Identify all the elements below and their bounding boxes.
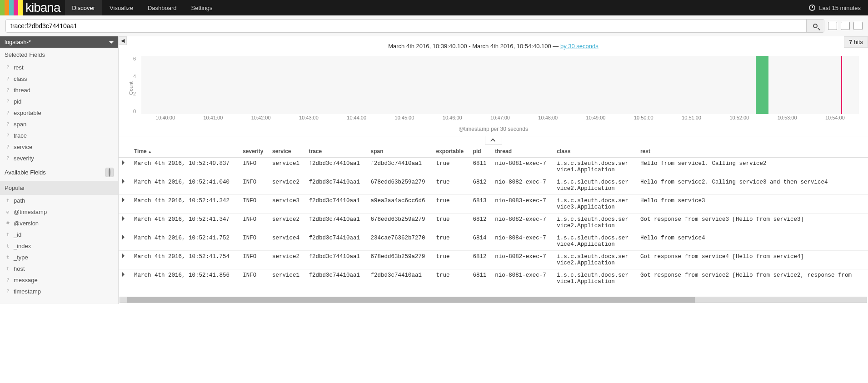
- histogram-bar[interactable]: [756, 56, 768, 114]
- cell-span: 678edd63b259a279: [367, 176, 433, 195]
- column-class[interactable]: class: [553, 145, 637, 158]
- nav-tab-discover[interactable]: Discover: [65, 0, 103, 15]
- cell-exportable: true: [432, 214, 469, 232]
- column-thread[interactable]: thread: [491, 145, 553, 158]
- cell-service: service2: [269, 176, 305, 195]
- cell-pid: 6811: [469, 269, 492, 288]
- cell-exportable: true: [432, 269, 469, 288]
- nav-tab-settings[interactable]: Settings: [184, 0, 220, 15]
- time-range-label: March 4th 2016, 10:39:40.100 - March 4th…: [119, 36, 868, 51]
- expand-row-button[interactable]: [119, 214, 130, 232]
- search-input[interactable]: [6, 20, 806, 32]
- field-span[interactable]: ?span: [0, 119, 118, 130]
- column-exportable[interactable]: exportable: [432, 145, 469, 158]
- cell-severity: INFO: [239, 176, 269, 195]
- table-row: March 4th 2016, 10:52:41.347INFOservice2…: [119, 214, 868, 232]
- results-table: Timeseverityservicetracespanexportablepi…: [119, 145, 868, 297]
- field-_id[interactable]: t_id: [0, 229, 118, 240]
- expand-row-button[interactable]: [119, 232, 130, 251]
- cell-thread: nio-8081-exec-7: [491, 158, 553, 176]
- cell-service: service1: [269, 269, 305, 288]
- caret-down-icon: [109, 41, 114, 46]
- logo-stripes: [0, 0, 23, 15]
- cell-pid: 6813: [469, 195, 492, 214]
- cell-exportable: true: [432, 251, 469, 269]
- index-pattern-label: logstash-*: [5, 39, 31, 45]
- column-rest[interactable]: rest: [637, 145, 868, 158]
- open-search-icon[interactable]: [853, 22, 863, 30]
- expand-row-button[interactable]: [119, 269, 130, 288]
- horizontal-scrollbar[interactable]: [120, 297, 867, 303]
- collapse-chart-button[interactable]: [485, 136, 502, 145]
- cell-trace: f2dbd3c74410aa1: [305, 269, 367, 288]
- available-fields-title: Available Fields: [5, 169, 46, 176]
- histogram-chart[interactable]: Count 6420 10:40:0010:41:0010:42:0010:43…: [141, 56, 859, 124]
- cell-trace: f2dbd3c74410aa1: [305, 214, 367, 232]
- interval-link[interactable]: by 30 seconds: [560, 43, 599, 50]
- nav-tab-visualize[interactable]: Visualize: [102, 0, 140, 15]
- column-severity[interactable]: severity: [239, 145, 269, 158]
- cell-pid: 6812: [469, 251, 492, 269]
- search-button[interactable]: [806, 20, 824, 32]
- field-exportable[interactable]: ?exportable: [0, 107, 118, 119]
- cell-rest: Hello from service1. Calling service2: [637, 158, 868, 176]
- save-search-icon[interactable]: [841, 22, 850, 30]
- hits-count: 7: [849, 39, 852, 45]
- field-@version[interactable]: #@version: [0, 218, 118, 229]
- expand-row-button[interactable]: [119, 158, 130, 176]
- column-trace[interactable]: trace: [305, 145, 367, 158]
- caret-right-icon: [122, 160, 127, 165]
- content: ◀ 7 hits March 4th 2016, 10:39:40.100 - …: [119, 36, 868, 304]
- caret-right-icon: [122, 272, 127, 277]
- field-thread[interactable]: ?thread: [0, 85, 118, 96]
- field-pid[interactable]: ?pid: [0, 96, 118, 107]
- cell-service: service3: [269, 195, 305, 214]
- cell-trace: f2dbd3c74410aa1: [305, 195, 367, 214]
- timepicker[interactable]: Last 15 minutes: [809, 0, 868, 15]
- cell-time: March 4th 2016, 10:52:41.754: [130, 251, 239, 269]
- field-timestamp[interactable]: ?timestamp: [0, 286, 118, 297]
- table-row: March 4th 2016, 10:52:41.342INFOservice3…: [119, 195, 868, 214]
- column-time[interactable]: Time: [130, 145, 239, 158]
- sidebar: logstash-* Selected Fields ?rest?class?t…: [0, 36, 119, 304]
- cell-time: March 4th 2016, 10:52:41.040: [130, 176, 239, 195]
- cell-trace: f2dbd3c74410aa1: [305, 158, 367, 176]
- field-message[interactable]: ?message: [0, 274, 118, 286]
- expand-row-button[interactable]: [119, 195, 130, 214]
- nav-tab-dashboard[interactable]: Dashboard: [140, 0, 184, 15]
- field-settings-button[interactable]: [105, 168, 114, 177]
- field-host[interactable]: thost: [0, 263, 118, 274]
- logo-text: kibana: [23, 0, 65, 15]
- cell-severity: INFO: [239, 195, 269, 214]
- cell-span: f2dbd3c74410aa1: [367, 158, 433, 176]
- field-_index[interactable]: t_index: [0, 240, 118, 252]
- field-@timestamp[interactable]: ⊘@timestamp: [0, 206, 118, 218]
- popular-fields-title: Popular: [0, 181, 118, 195]
- cell-service: service2: [269, 251, 305, 269]
- field-rest[interactable]: ?rest: [0, 62, 118, 73]
- search-bar: [0, 15, 868, 36]
- cell-service: service4: [269, 232, 305, 251]
- collapse-sidebar-button[interactable]: ◀: [119, 36, 127, 45]
- field-service[interactable]: ?service: [0, 141, 118, 153]
- table-row: March 4th 2016, 10:52:41.040INFOservice2…: [119, 176, 868, 195]
- field-trace[interactable]: ?trace: [0, 130, 118, 141]
- cell-span: 234cae76362b7270: [367, 232, 433, 251]
- field-_type[interactable]: t_type: [0, 252, 118, 263]
- cell-class: i.s.c.sleuth.docs.ser vice2.Application: [553, 251, 637, 269]
- field-severity[interactable]: ?severity: [0, 153, 118, 164]
- index-pattern-selector[interactable]: logstash-*: [0, 36, 118, 48]
- cell-span: a9ea3aa4ac6cc6d6: [367, 195, 433, 214]
- cell-thread: nio-8082-exec-7: [491, 176, 553, 195]
- column-span[interactable]: span: [367, 145, 433, 158]
- cell-pid: 6811: [469, 158, 492, 176]
- cell-rest: Got response from service4 [Hello from s…: [637, 251, 868, 269]
- new-search-icon[interactable]: [828, 22, 837, 30]
- column-pid[interactable]: pid: [469, 145, 492, 158]
- expand-row-button[interactable]: [119, 251, 130, 269]
- column-service[interactable]: service: [269, 145, 305, 158]
- expand-row-button[interactable]: [119, 176, 130, 195]
- cell-exportable: true: [432, 158, 469, 176]
- field-path[interactable]: tpath: [0, 195, 118, 206]
- field-class[interactable]: ?class: [0, 73, 118, 85]
